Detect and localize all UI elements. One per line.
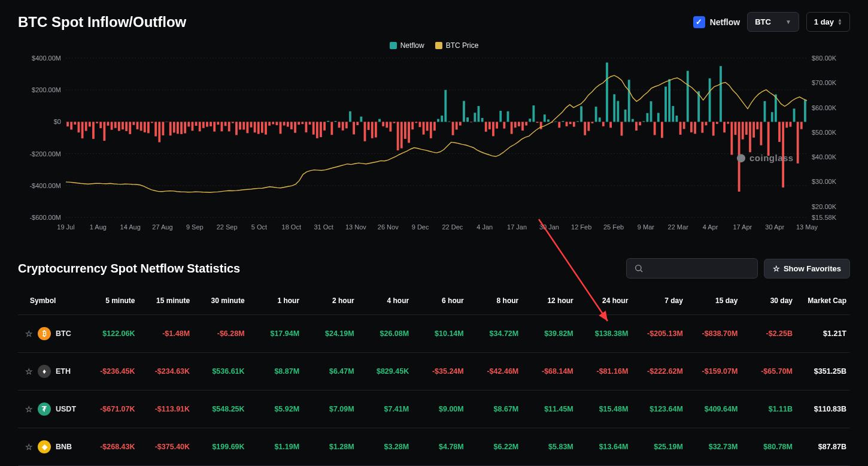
value-cell: $199.69K: [193, 428, 248, 466]
svg-rect-109: [393, 122, 396, 123]
col-header[interactable]: 7 day: [632, 287, 687, 315]
col-header[interactable]: 6 hour: [412, 287, 468, 315]
svg-rect-111: [400, 122, 403, 148]
legend-netflow[interactable]: Netflow: [390, 41, 424, 50]
svg-text:19 Jul: 19 Jul: [57, 223, 74, 231]
value-cell: $4.78M: [412, 428, 468, 466]
netflow-checkbox[interactable]: ✓ Netflow: [693, 16, 740, 28]
value-cell: -$6.28M: [193, 315, 248, 353]
svg-text:17 Apr: 17 Apr: [733, 223, 752, 231]
svg-rect-139: [503, 122, 505, 128]
col-header[interactable]: 24 hour: [577, 287, 632, 315]
svg-rect-37: [129, 122, 131, 134]
col-header[interactable]: Market Cap: [796, 287, 850, 315]
value-cell: $122.06K: [84, 315, 139, 353]
svg-rect-148: [536, 122, 539, 123]
col-header[interactable]: Symbol: [18, 287, 84, 315]
svg-rect-193: [701, 122, 703, 132]
value-cell: -$2.25B: [741, 315, 796, 353]
svg-text:$70.00K: $70.00K: [812, 79, 837, 86]
spot-inflow-outflow-chart[interactable]: $400.00M$200.00M$0-$200.00M-$400.00M-$60…: [18, 55, 850, 234]
svg-text:$50.00K: $50.00K: [812, 129, 837, 136]
col-header[interactable]: 1 hour: [248, 287, 304, 315]
svg-rect-46: [162, 122, 165, 135]
value-cell: -$81.16M: [577, 353, 632, 391]
svg-rect-178: [647, 113, 649, 122]
search-input[interactable]: [626, 258, 758, 279]
svg-rect-104: [375, 122, 377, 137]
svg-rect-92: [330, 122, 333, 135]
svg-rect-100: [360, 117, 362, 122]
table-row[interactable]: ☆♦ETH-$236.45K-$234.63K$536.61K$8.87M$6.…: [18, 353, 850, 391]
svg-rect-66: [235, 122, 238, 135]
svg-rect-112: [404, 122, 406, 138]
table-row[interactable]: ☆◆BNB-$268.43K-$375.40K$199.69K$1.19M$1.…: [18, 428, 850, 466]
value-cell: $409.64M: [687, 391, 742, 428]
svg-rect-45: [158, 122, 160, 142]
col-header[interactable]: 30 day: [741, 287, 796, 315]
svg-rect-154: [558, 122, 560, 128]
table-row[interactable]: ☆₿BTC$122.06K-$1.48M-$6.28M$17.94M$24.19…: [18, 315, 850, 353]
value-cell: $11.45M: [522, 391, 577, 428]
show-favorites-button[interactable]: ☆ Show Favorites: [764, 259, 850, 279]
svg-rect-28: [96, 122, 98, 123]
col-header[interactable]: 12 hour: [522, 287, 577, 315]
svg-text:9 Sep: 9 Sep: [186, 223, 204, 231]
svg-rect-217: [790, 122, 792, 126]
svg-text:31 Oct: 31 Oct: [314, 223, 333, 231]
period-select[interactable]: 1 day ▲▼: [806, 12, 850, 32]
svg-rect-105: [378, 119, 381, 122]
svg-rect-159: [576, 121, 579, 122]
svg-text:18 Oct: 18 Oct: [282, 223, 301, 231]
svg-rect-206: [749, 122, 751, 152]
svg-rect-49: [173, 122, 175, 132]
svg-text:-$200.00M: -$200.00M: [29, 150, 61, 158]
svg-rect-40: [140, 122, 142, 131]
legend-price[interactable]: BTC Price: [435, 41, 479, 50]
svg-rect-143: [518, 122, 520, 126]
svg-rect-177: [642, 121, 645, 122]
chevron-down-icon: ▼: [785, 19, 791, 25]
svg-rect-114: [411, 122, 414, 129]
col-header[interactable]: 5 minute: [84, 287, 139, 315]
svg-rect-120: [433, 122, 436, 131]
svg-rect-93: [335, 121, 337, 122]
svg-rect-121: [437, 119, 439, 122]
col-header[interactable]: 8 hour: [468, 287, 523, 315]
favorite-star-icon[interactable]: ☆: [25, 329, 33, 338]
favorite-star-icon[interactable]: ☆: [25, 367, 33, 376]
col-header[interactable]: 2 hour: [303, 287, 358, 315]
value-cell: $39.82M: [522, 315, 577, 353]
svg-rect-219: [797, 122, 799, 163]
value-cell: $548.25K: [193, 391, 248, 428]
svg-rect-76: [272, 122, 274, 124]
svg-rect-94: [338, 122, 341, 128]
svg-rect-124: [448, 122, 451, 122]
favorite-star-icon[interactable]: ☆: [25, 442, 33, 452]
currency-select[interactable]: BTC ▼: [747, 12, 799, 32]
svg-rect-42: [147, 122, 150, 133]
svg-rect-30: [103, 122, 105, 141]
svg-rect-137: [496, 122, 498, 128]
col-header[interactable]: 30 minute: [193, 287, 248, 315]
svg-rect-69: [246, 122, 248, 133]
favorite-star-icon[interactable]: ☆: [25, 404, 33, 414]
svg-rect-82: [294, 122, 296, 132]
svg-rect-65: [232, 122, 234, 123]
search-icon: [634, 264, 644, 273]
value-cell: -$375.40K: [139, 428, 194, 466]
value-cell: -$1.48M: [139, 315, 194, 353]
col-header[interactable]: 15 minute: [139, 287, 194, 315]
svg-rect-95: [342, 122, 344, 130]
check-icon: ✓: [693, 16, 705, 28]
table-row[interactable]: ☆₮USDT-$671.07K-$113.91K$548.25K$5.92M$7…: [18, 391, 850, 428]
col-header[interactable]: 4 hour: [358, 287, 413, 315]
svg-rect-185: [672, 106, 674, 122]
col-header[interactable]: 15 day: [687, 287, 742, 315]
svg-text:-$600.00M: -$600.00M: [29, 214, 61, 221]
value-cell: $34.72M: [468, 315, 523, 353]
svg-rect-183: [664, 87, 667, 122]
period-select-value: 1 day: [814, 17, 834, 26]
svg-rect-126: [456, 122, 458, 129]
svg-rect-81: [290, 122, 293, 129]
